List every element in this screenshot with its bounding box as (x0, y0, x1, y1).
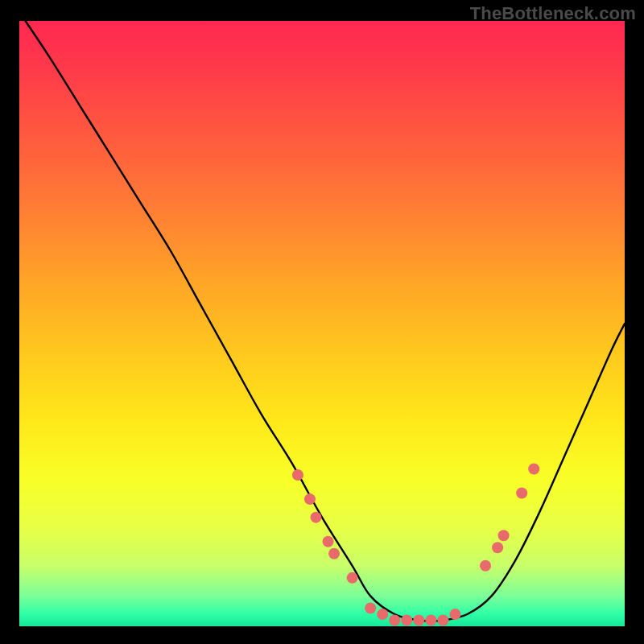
data-point (425, 614, 436, 625)
data-point (323, 536, 334, 547)
data-point (401, 614, 412, 625)
data-point (304, 493, 316, 505)
data-point (328, 548, 340, 559)
bottleneck-curve (26, 21, 625, 621)
data-point (516, 488, 527, 499)
data-point (449, 609, 460, 620)
data-point (365, 602, 376, 613)
data-point (292, 469, 303, 481)
data-point (492, 542, 503, 553)
chart-svg (19, 21, 625, 626)
data-point (389, 614, 400, 625)
chart-frame: TheBottleneck.com (0, 0, 644, 644)
data-point (413, 614, 424, 625)
watermark-text: TheBottleneck.com (470, 3, 636, 24)
data-point (437, 614, 448, 625)
data-point (528, 463, 539, 474)
data-point (377, 609, 388, 620)
data-point (480, 560, 491, 572)
data-point (310, 512, 321, 523)
highlighted-points (292, 463, 539, 625)
data-point (498, 530, 510, 541)
data-point (347, 572, 358, 584)
plot-area (19, 21, 625, 626)
